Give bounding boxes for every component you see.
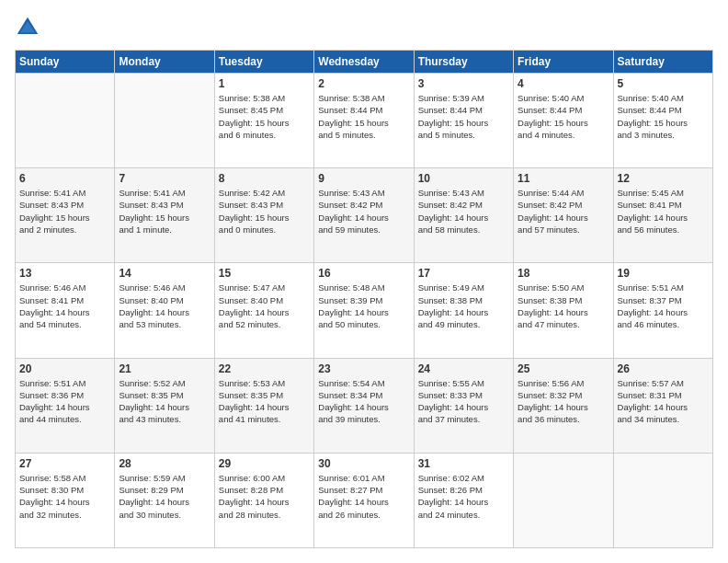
day-info: Sunrise: 6:01 AM Sunset: 8:27 PM Dayligh… <box>318 472 409 521</box>
logo <box>15 15 44 40</box>
calendar-cell: 3Sunrise: 5:39 AM Sunset: 8:44 PM Daylig… <box>414 74 513 168</box>
day-number: 25 <box>518 362 609 375</box>
day-number: 6 <box>19 172 110 185</box>
weekday-wednesday: Wednesday <box>314 51 414 74</box>
weekday-header-row: SundayMondayTuesdayWednesdayThursdayFrid… <box>16 51 713 74</box>
weekday-friday: Friday <box>514 51 613 74</box>
day-number: 20 <box>19 362 110 375</box>
logo-icon <box>15 15 40 40</box>
calendar-cell: 26Sunrise: 5:57 AM Sunset: 8:31 PM Dayli… <box>613 358 712 453</box>
day-number: 23 <box>318 362 409 375</box>
calendar-cell: 9Sunrise: 5:43 AM Sunset: 8:42 PM Daylig… <box>314 168 414 263</box>
day-number: 7 <box>119 172 210 185</box>
calendar-cell: 21Sunrise: 5:52 AM Sunset: 8:35 PM Dayli… <box>115 358 214 453</box>
calendar-cell: 15Sunrise: 5:47 AM Sunset: 8:40 PM Dayli… <box>214 263 313 358</box>
day-number: 21 <box>119 362 210 375</box>
calendar-cell: 18Sunrise: 5:50 AM Sunset: 8:38 PM Dayli… <box>514 263 613 358</box>
calendar-cell: 6Sunrise: 5:41 AM Sunset: 8:43 PM Daylig… <box>16 168 115 263</box>
day-info: Sunrise: 5:43 AM Sunset: 8:42 PM Dayligh… <box>318 187 409 236</box>
day-number: 8 <box>219 172 310 185</box>
day-number: 14 <box>119 267 210 280</box>
day-info: Sunrise: 5:49 AM Sunset: 8:38 PM Dayligh… <box>418 282 509 330</box>
day-info: Sunrise: 5:58 AM Sunset: 8:30 PM Dayligh… <box>19 472 110 521</box>
calendar-cell <box>514 453 613 547</box>
header <box>15 15 713 40</box>
day-number: 30 <box>318 457 409 470</box>
day-number: 26 <box>618 362 709 375</box>
day-number: 27 <box>19 457 110 470</box>
calendar-cell <box>115 74 214 168</box>
day-info: Sunrise: 5:48 AM Sunset: 8:39 PM Dayligh… <box>318 282 409 330</box>
day-info: Sunrise: 5:50 AM Sunset: 8:38 PM Dayligh… <box>518 282 609 330</box>
day-number: 31 <box>418 457 509 470</box>
day-number: 18 <box>518 267 609 280</box>
day-info: Sunrise: 5:46 AM Sunset: 8:41 PM Dayligh… <box>19 282 110 330</box>
day-info: Sunrise: 5:38 AM Sunset: 8:44 PM Dayligh… <box>318 92 409 141</box>
day-info: Sunrise: 5:51 AM Sunset: 8:36 PM Dayligh… <box>19 377 110 426</box>
day-number: 22 <box>219 362 310 375</box>
day-info: Sunrise: 5:44 AM Sunset: 8:42 PM Dayligh… <box>518 187 609 236</box>
calendar-week-3: 13Sunrise: 5:46 AM Sunset: 8:41 PM Dayli… <box>16 263 713 358</box>
day-number: 1 <box>219 77 310 90</box>
day-info: Sunrise: 5:52 AM Sunset: 8:35 PM Dayligh… <box>119 377 210 426</box>
day-info: Sunrise: 5:46 AM Sunset: 8:40 PM Dayligh… <box>119 282 210 330</box>
calendar-cell <box>613 453 712 547</box>
day-number: 28 <box>119 457 210 470</box>
weekday-monday: Monday <box>115 51 214 74</box>
calendar-cell: 10Sunrise: 5:43 AM Sunset: 8:42 PM Dayli… <box>414 168 513 263</box>
weekday-thursday: Thursday <box>414 51 513 74</box>
day-number: 9 <box>318 172 409 185</box>
calendar-table: SundayMondayTuesdayWednesdayThursdayFrid… <box>15 50 713 548</box>
day-number: 12 <box>618 172 709 185</box>
day-info: Sunrise: 5:42 AM Sunset: 8:43 PM Dayligh… <box>219 187 310 236</box>
day-number: 13 <box>19 267 110 280</box>
day-number: 17 <box>418 267 509 280</box>
calendar-cell: 31Sunrise: 6:02 AM Sunset: 8:26 PM Dayli… <box>414 453 513 547</box>
day-info: Sunrise: 5:47 AM Sunset: 8:40 PM Dayligh… <box>219 282 310 330</box>
day-info: Sunrise: 5:51 AM Sunset: 8:37 PM Dayligh… <box>618 282 709 330</box>
weekday-sunday: Sunday <box>16 51 115 74</box>
day-number: 10 <box>418 172 509 185</box>
day-info: Sunrise: 5:55 AM Sunset: 8:33 PM Dayligh… <box>418 377 509 426</box>
calendar-cell: 29Sunrise: 6:00 AM Sunset: 8:28 PM Dayli… <box>214 453 313 547</box>
calendar-cell: 14Sunrise: 5:46 AM Sunset: 8:40 PM Dayli… <box>115 263 214 358</box>
calendar-cell: 11Sunrise: 5:44 AM Sunset: 8:42 PM Dayli… <box>514 168 613 263</box>
day-info: Sunrise: 5:41 AM Sunset: 8:43 PM Dayligh… <box>119 187 210 236</box>
calendar-cell: 4Sunrise: 5:40 AM Sunset: 8:44 PM Daylig… <box>514 74 613 168</box>
calendar-cell <box>16 74 115 168</box>
calendar-cell: 8Sunrise: 5:42 AM Sunset: 8:43 PM Daylig… <box>214 168 313 263</box>
calendar-cell: 30Sunrise: 6:01 AM Sunset: 8:27 PM Dayli… <box>314 453 414 547</box>
calendar-cell: 27Sunrise: 5:58 AM Sunset: 8:30 PM Dayli… <box>16 453 115 547</box>
calendar-cell: 1Sunrise: 5:38 AM Sunset: 8:45 PM Daylig… <box>214 74 313 168</box>
weekday-saturday: Saturday <box>613 51 712 74</box>
day-info: Sunrise: 5:57 AM Sunset: 8:31 PM Dayligh… <box>618 377 709 426</box>
weekday-tuesday: Tuesday <box>214 51 313 74</box>
day-number: 4 <box>518 77 609 90</box>
day-info: Sunrise: 5:59 AM Sunset: 8:29 PM Dayligh… <box>119 472 210 521</box>
day-info: Sunrise: 5:54 AM Sunset: 8:34 PM Dayligh… <box>318 377 409 426</box>
day-info: Sunrise: 5:56 AM Sunset: 8:32 PM Dayligh… <box>518 377 609 426</box>
calendar-cell: 17Sunrise: 5:49 AM Sunset: 8:38 PM Dayli… <box>414 263 513 358</box>
day-info: Sunrise: 5:43 AM Sunset: 8:42 PM Dayligh… <box>418 187 509 236</box>
day-info: Sunrise: 5:41 AM Sunset: 8:43 PM Dayligh… <box>19 187 110 236</box>
day-info: Sunrise: 5:40 AM Sunset: 8:44 PM Dayligh… <box>518 92 609 141</box>
day-number: 24 <box>418 362 509 375</box>
day-number: 29 <box>219 457 310 470</box>
day-number: 16 <box>318 267 409 280</box>
calendar-week-1: 1Sunrise: 5:38 AM Sunset: 8:45 PM Daylig… <box>16 74 713 168</box>
calendar-week-2: 6Sunrise: 5:41 AM Sunset: 8:43 PM Daylig… <box>16 168 713 263</box>
day-number: 5 <box>618 77 709 90</box>
day-number: 3 <box>418 77 509 90</box>
day-info: Sunrise: 5:53 AM Sunset: 8:35 PM Dayligh… <box>219 377 310 426</box>
day-info: Sunrise: 6:02 AM Sunset: 8:26 PM Dayligh… <box>418 472 509 521</box>
calendar-cell: 24Sunrise: 5:55 AM Sunset: 8:33 PM Dayli… <box>414 358 513 453</box>
calendar-cell: 22Sunrise: 5:53 AM Sunset: 8:35 PM Dayli… <box>214 358 313 453</box>
calendar-cell: 25Sunrise: 5:56 AM Sunset: 8:32 PM Dayli… <box>514 358 613 453</box>
day-info: Sunrise: 5:40 AM Sunset: 8:44 PM Dayligh… <box>618 92 709 141</box>
day-info: Sunrise: 5:45 AM Sunset: 8:41 PM Dayligh… <box>618 187 709 236</box>
day-number: 11 <box>518 172 609 185</box>
calendar-week-4: 20Sunrise: 5:51 AM Sunset: 8:36 PM Dayli… <box>16 358 713 453</box>
calendar-cell: 20Sunrise: 5:51 AM Sunset: 8:36 PM Dayli… <box>16 358 115 453</box>
day-number: 2 <box>318 77 409 90</box>
calendar-cell: 16Sunrise: 5:48 AM Sunset: 8:39 PM Dayli… <box>314 263 414 358</box>
